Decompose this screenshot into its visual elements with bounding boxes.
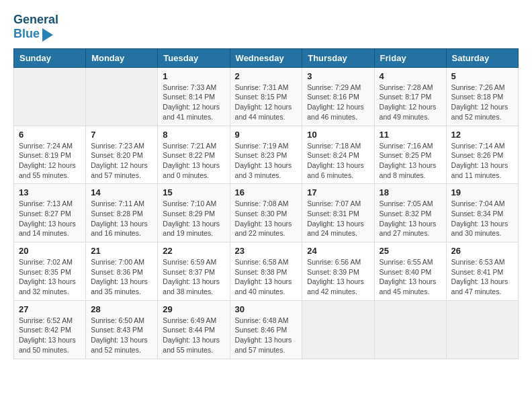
logo-arrow-icon: [42, 28, 53, 42]
day-info: Sunrise: 7:00 AM Sunset: 8:36 PM Dayligh…: [91, 257, 152, 297]
day-info: Sunrise: 7:13 AM Sunset: 8:27 PM Dayligh…: [19, 199, 81, 238]
day-info: Sunrise: 7:05 AM Sunset: 8:32 PM Dayligh…: [380, 199, 441, 238]
day-number: 9: [235, 130, 298, 140]
day-number: 24: [307, 246, 369, 256]
calendar-cell: 9Sunrise: 7:19 AM Sunset: 8:23 PM Daylig…: [230, 126, 302, 184]
day-number: 2: [235, 71, 298, 81]
calendar-cell: 30Sunrise: 6:48 AM Sunset: 8:46 PM Dayli…: [230, 300, 302, 359]
day-number: 12: [451, 130, 513, 140]
calendar-cell: [302, 300, 374, 359]
day-info: Sunrise: 6:52 AM Sunset: 8:42 PM Dayligh…: [19, 316, 81, 355]
day-info: Sunrise: 7:16 AM Sunset: 8:25 PM Dayligh…: [380, 141, 441, 181]
calendar-cell: 6Sunrise: 7:24 AM Sunset: 8:19 PM Daylig…: [14, 126, 86, 184]
calendar-cell: 3Sunrise: 7:29 AM Sunset: 8:16 PM Daylig…: [302, 67, 374, 126]
calendar-header-row: SundayMondayTuesdayWednesdayThursdayFrid…: [14, 48, 519, 67]
day-number: 6: [19, 130, 81, 140]
calendar-cell: 28Sunrise: 6:50 AM Sunset: 8:43 PM Dayli…: [86, 300, 158, 359]
day-info: Sunrise: 6:49 AM Sunset: 8:44 PM Dayligh…: [163, 316, 224, 355]
day-info: Sunrise: 6:55 AM Sunset: 8:40 PM Dayligh…: [380, 257, 441, 297]
day-info: Sunrise: 7:08 AM Sunset: 8:30 PM Dayligh…: [235, 199, 298, 238]
calendar-cell: 23Sunrise: 6:58 AM Sunset: 8:38 PM Dayli…: [230, 242, 302, 301]
day-info: Sunrise: 6:53 AM Sunset: 8:41 PM Dayligh…: [451, 257, 513, 297]
day-number: 3: [307, 71, 369, 81]
day-number: 8: [163, 130, 224, 140]
day-info: Sunrise: 7:33 AM Sunset: 8:14 PM Dayligh…: [163, 83, 224, 122]
day-number: 10: [307, 130, 369, 140]
day-header-wednesday: Wednesday: [230, 48, 302, 67]
calendar-cell: 17Sunrise: 7:07 AM Sunset: 8:31 PM Dayli…: [302, 184, 374, 242]
day-number: 29: [163, 304, 224, 314]
day-number: 1: [163, 71, 224, 81]
calendar-cell: 27Sunrise: 6:52 AM Sunset: 8:42 PM Dayli…: [14, 300, 86, 359]
day-info: Sunrise: 6:50 AM Sunset: 8:43 PM Dayligh…: [91, 316, 152, 355]
day-info: Sunrise: 6:58 AM Sunset: 8:38 PM Dayligh…: [235, 257, 298, 297]
day-info: Sunrise: 7:28 AM Sunset: 8:17 PM Dayligh…: [380, 83, 441, 122]
logo-text: General: [13, 13, 58, 27]
logo-blue: Blue: [13, 28, 40, 41]
day-header-saturday: Saturday: [446, 48, 518, 67]
calendar-week-row: 20Sunrise: 7:02 AM Sunset: 8:35 PM Dayli…: [14, 242, 519, 301]
day-info: Sunrise: 6:48 AM Sunset: 8:46 PM Dayligh…: [235, 316, 298, 355]
day-number: 25: [380, 246, 441, 256]
calendar-cell: 19Sunrise: 7:04 AM Sunset: 8:34 PM Dayli…: [446, 184, 518, 242]
day-number: 18: [380, 187, 441, 197]
calendar-table: SundayMondayTuesdayWednesdayThursdayFrid…: [13, 48, 519, 359]
day-header-tuesday: Tuesday: [158, 48, 230, 67]
day-info: Sunrise: 7:19 AM Sunset: 8:23 PM Dayligh…: [235, 141, 298, 181]
day-number: 28: [91, 304, 152, 314]
calendar-cell: 20Sunrise: 7:02 AM Sunset: 8:35 PM Dayli…: [14, 242, 86, 301]
day-number: 23: [235, 246, 298, 256]
day-number: 11: [380, 130, 441, 140]
logo: General Blue: [13, 13, 58, 42]
day-info: Sunrise: 6:59 AM Sunset: 8:37 PM Dayligh…: [163, 257, 224, 297]
calendar-cell: 16Sunrise: 7:08 AM Sunset: 8:30 PM Dayli…: [230, 184, 302, 242]
calendar-week-row: 6Sunrise: 7:24 AM Sunset: 8:19 PM Daylig…: [14, 126, 519, 184]
calendar-week-row: 13Sunrise: 7:13 AM Sunset: 8:27 PM Dayli…: [14, 184, 519, 242]
day-info: Sunrise: 7:14 AM Sunset: 8:26 PM Dayligh…: [451, 141, 513, 181]
day-number: 30: [235, 304, 298, 314]
day-info: Sunrise: 7:04 AM Sunset: 8:34 PM Dayligh…: [451, 199, 513, 238]
day-info: Sunrise: 7:21 AM Sunset: 8:22 PM Dayligh…: [163, 141, 224, 181]
day-info: Sunrise: 7:18 AM Sunset: 8:24 PM Dayligh…: [307, 141, 369, 181]
day-info: Sunrise: 7:31 AM Sunset: 8:15 PM Dayligh…: [235, 83, 298, 122]
calendar-cell: [14, 67, 86, 126]
calendar-cell: 11Sunrise: 7:16 AM Sunset: 8:25 PM Dayli…: [374, 126, 446, 184]
calendar-cell: 14Sunrise: 7:11 AM Sunset: 8:28 PM Dayli…: [86, 184, 158, 242]
calendar-cell: 21Sunrise: 7:00 AM Sunset: 8:36 PM Dayli…: [86, 242, 158, 301]
day-number: 26: [451, 246, 513, 256]
day-header-monday: Monday: [86, 48, 158, 67]
calendar-cell: 13Sunrise: 7:13 AM Sunset: 8:27 PM Dayli…: [14, 184, 86, 242]
calendar-week-row: 27Sunrise: 6:52 AM Sunset: 8:42 PM Dayli…: [14, 300, 519, 359]
calendar-cell: [446, 300, 518, 359]
calendar-cell: 26Sunrise: 6:53 AM Sunset: 8:41 PM Dayli…: [446, 242, 518, 301]
day-header-friday: Friday: [374, 48, 446, 67]
day-info: Sunrise: 7:02 AM Sunset: 8:35 PM Dayligh…: [19, 257, 81, 297]
day-number: 5: [451, 71, 513, 81]
calendar-cell: 7Sunrise: 7:23 AM Sunset: 8:20 PM Daylig…: [86, 126, 158, 184]
logo-general: General: [13, 13, 58, 26]
day-number: 16: [235, 187, 298, 197]
calendar-cell: 29Sunrise: 6:49 AM Sunset: 8:44 PM Dayli…: [158, 300, 230, 359]
calendar-cell: 18Sunrise: 7:05 AM Sunset: 8:32 PM Dayli…: [374, 184, 446, 242]
calendar-cell: 2Sunrise: 7:31 AM Sunset: 8:15 PM Daylig…: [230, 67, 302, 126]
day-number: 13: [19, 187, 81, 197]
calendar-cell: 12Sunrise: 7:14 AM Sunset: 8:26 PM Dayli…: [446, 126, 518, 184]
day-info: Sunrise: 7:07 AM Sunset: 8:31 PM Dayligh…: [307, 199, 369, 238]
day-number: 15: [163, 187, 224, 197]
calendar-cell: [86, 67, 158, 126]
page-header: General Blue: [13, 13, 519, 42]
day-header-sunday: Sunday: [14, 48, 86, 67]
calendar-cell: 1Sunrise: 7:33 AM Sunset: 8:14 PM Daylig…: [158, 67, 230, 126]
calendar-cell: 22Sunrise: 6:59 AM Sunset: 8:37 PM Dayli…: [158, 242, 230, 301]
day-number: 7: [91, 130, 152, 140]
day-header-thursday: Thursday: [302, 48, 374, 67]
day-number: 22: [163, 246, 224, 256]
day-info: Sunrise: 7:11 AM Sunset: 8:28 PM Dayligh…: [91, 199, 152, 238]
calendar-cell: 10Sunrise: 7:18 AM Sunset: 8:24 PM Dayli…: [302, 126, 374, 184]
day-info: Sunrise: 7:29 AM Sunset: 8:16 PM Dayligh…: [307, 83, 369, 122]
day-number: 21: [91, 246, 152, 256]
calendar-cell: 24Sunrise: 6:56 AM Sunset: 8:39 PM Dayli…: [302, 242, 374, 301]
day-number: 4: [380, 71, 441, 81]
day-info: Sunrise: 7:26 AM Sunset: 8:18 PM Dayligh…: [451, 83, 513, 122]
day-info: Sunrise: 7:24 AM Sunset: 8:19 PM Dayligh…: [19, 141, 81, 181]
